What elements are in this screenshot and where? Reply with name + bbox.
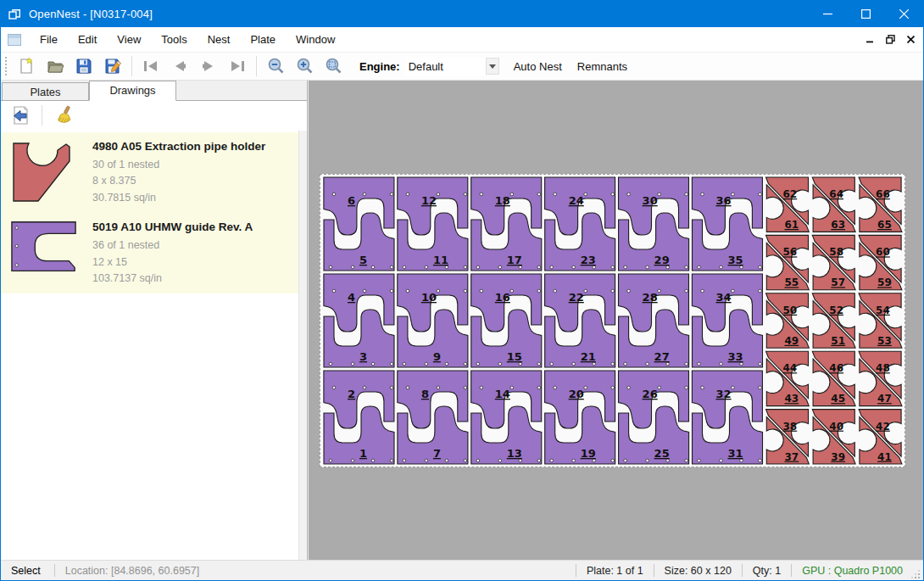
part-hole bbox=[537, 289, 541, 293]
red-part-pair[interactable]: 6463 bbox=[812, 177, 855, 232]
purple-part-pair[interactable]: 1413 bbox=[471, 371, 542, 464]
purple-part-pair[interactable]: 1817 bbox=[471, 177, 542, 271]
go-next-icon[interactable] bbox=[194, 53, 223, 79]
menu-nest[interactable]: Nest bbox=[198, 28, 241, 51]
red-part-pair[interactable]: 5857 bbox=[812, 235, 855, 289]
red-part-pair[interactable]: 4039 bbox=[812, 410, 855, 464]
save-as-icon[interactable] bbox=[98, 53, 127, 79]
purple-part-pair[interactable]: 2221 bbox=[545, 274, 615, 367]
window-title: OpenNest - [N0317-004] bbox=[29, 8, 153, 20]
red-part-pair[interactable]: 5655 bbox=[766, 235, 810, 289]
mdi-close-icon[interactable] bbox=[907, 36, 915, 43]
purple-part-pair[interactable]: 2423 bbox=[545, 177, 615, 271]
part-number-label: 6 bbox=[348, 194, 355, 207]
save-icon[interactable] bbox=[70, 53, 98, 79]
menu-plate[interactable]: Plate bbox=[240, 28, 286, 51]
purple-part-pair[interactable]: 21 bbox=[324, 371, 394, 464]
part-number-label: 12 bbox=[421, 194, 437, 207]
part-number-label: 54 bbox=[876, 304, 890, 316]
red-part-pair[interactable]: 3837 bbox=[766, 410, 810, 464]
part-number-label: 62 bbox=[783, 188, 798, 200]
panel-toolbar bbox=[1, 101, 307, 130]
mdi-document-icon[interactable] bbox=[8, 34, 21, 46]
status-gpu: GPU : Quadro P1000 bbox=[793, 565, 911, 577]
purple-part-pair[interactable]: 3029 bbox=[619, 177, 689, 271]
engine-value[interactable]: Default bbox=[405, 58, 486, 75]
part-number-label: 46 bbox=[829, 362, 843, 374]
part-hole bbox=[480, 193, 483, 196]
go-first-icon[interactable] bbox=[136, 53, 165, 79]
purple-part-pair[interactable]: 1211 bbox=[398, 177, 468, 271]
menu-edit[interactable]: Edit bbox=[68, 28, 107, 51]
zoom-in-icon[interactable] bbox=[290, 53, 319, 79]
part-hole bbox=[554, 289, 557, 293]
red-part-pair[interactable]: 4645 bbox=[812, 351, 855, 405]
menu-window[interactable]: Window bbox=[286, 28, 345, 51]
purple-part-pair[interactable]: 2827 bbox=[619, 274, 689, 367]
resize-grip-icon[interactable] bbox=[911, 565, 921, 580]
go-last-icon[interactable] bbox=[223, 53, 252, 79]
drawing-item-4980[interactable]: 4980 A05 Extraction pipe holder 30 of 1 … bbox=[1, 132, 307, 213]
part-hole bbox=[759, 386, 762, 389]
part-hole bbox=[476, 362, 480, 366]
menu-tools[interactable]: Tools bbox=[151, 28, 197, 51]
status-separator bbox=[654, 564, 654, 577]
open-file-icon[interactable] bbox=[41, 53, 70, 79]
plate[interactable]: 6512111817242330293635431091615222128273… bbox=[320, 174, 905, 467]
panel-scrollbar[interactable] bbox=[298, 131, 307, 560]
new-file-icon[interactable] bbox=[12, 53, 41, 79]
part-hole bbox=[464, 289, 467, 293]
engine-combobox[interactable]: Default bbox=[405, 58, 499, 75]
mdi-minimize-icon[interactable] bbox=[866, 36, 874, 43]
purple-part-pair[interactable]: 3433 bbox=[692, 274, 762, 367]
red-part-pair[interactable]: 6665 bbox=[859, 177, 902, 232]
menu-file[interactable]: File bbox=[30, 28, 68, 51]
tab-drawings[interactable]: Drawings bbox=[89, 81, 176, 101]
chevron-down-icon[interactable] bbox=[486, 58, 499, 75]
part-hole bbox=[572, 362, 576, 366]
tab-plates[interactable]: Plates bbox=[2, 82, 89, 100]
red-part-pair[interactable]: 4847 bbox=[859, 351, 902, 405]
purple-part-pair[interactable]: 87 bbox=[398, 371, 468, 464]
red-part-pair[interactable]: 5453 bbox=[859, 293, 902, 348]
part-hole bbox=[464, 193, 467, 196]
part-hole bbox=[363, 193, 366, 196]
red-part-pair[interactable]: 6261 bbox=[766, 177, 810, 232]
clean-icon[interactable] bbox=[49, 103, 78, 128]
part-number-label: 61 bbox=[785, 219, 799, 231]
mdi-restore-icon[interactable] bbox=[886, 35, 895, 44]
remnants-button[interactable]: Remnants bbox=[570, 56, 635, 77]
purple-part-pair[interactable]: 1615 bbox=[471, 274, 542, 367]
purple-part-pair[interactable]: 43 bbox=[324, 274, 394, 367]
part-hole bbox=[611, 386, 615, 389]
auto-nest-button[interactable]: Auto Nest bbox=[506, 56, 570, 77]
import-drawing-icon[interactable] bbox=[6, 103, 35, 128]
part-hole bbox=[701, 289, 704, 293]
purple-part-pair[interactable]: 3635 bbox=[692, 177, 762, 271]
nest-canvas[interactable]: 6512111817242330293635431091615222128273… bbox=[308, 81, 923, 560]
purple-part-pair[interactable]: 65 bbox=[324, 177, 394, 271]
red-part-pair[interactable]: 5049 bbox=[766, 293, 810, 348]
part-hole bbox=[701, 193, 704, 196]
part-hole bbox=[498, 459, 502, 462]
part-hole bbox=[464, 265, 467, 269]
red-part-pair[interactable]: 5251 bbox=[812, 293, 855, 348]
part-number-label: 26 bbox=[643, 388, 658, 400]
purple-part-pair[interactable]: 3231 bbox=[692, 371, 762, 464]
zoom-out-icon[interactable] bbox=[261, 53, 290, 79]
red-part-pair[interactable]: 4443 bbox=[766, 351, 810, 405]
minimize-icon[interactable] bbox=[809, 1, 847, 27]
part-number-label: 18 bbox=[495, 194, 510, 207]
go-previous-icon[interactable] bbox=[165, 53, 194, 79]
red-part-pair[interactable]: 4241 bbox=[859, 410, 902, 464]
maximize-icon[interactable] bbox=[847, 1, 885, 27]
close-icon[interactable] bbox=[885, 1, 923, 27]
part-hole bbox=[720, 265, 723, 269]
purple-part-pair[interactable]: 2625 bbox=[619, 371, 689, 464]
red-part-pair[interactable]: 6059 bbox=[859, 235, 902, 289]
purple-part-pair[interactable]: 2019 bbox=[545, 371, 615, 464]
purple-part-pair[interactable]: 109 bbox=[398, 274, 468, 367]
drawing-item-5019[interactable]: 5019 A10 UHMW guide Rev. A 36 of 1 neste… bbox=[1, 213, 307, 293]
zoom-fit-icon[interactable] bbox=[319, 53, 348, 79]
menu-view[interactable]: View bbox=[107, 28, 151, 51]
